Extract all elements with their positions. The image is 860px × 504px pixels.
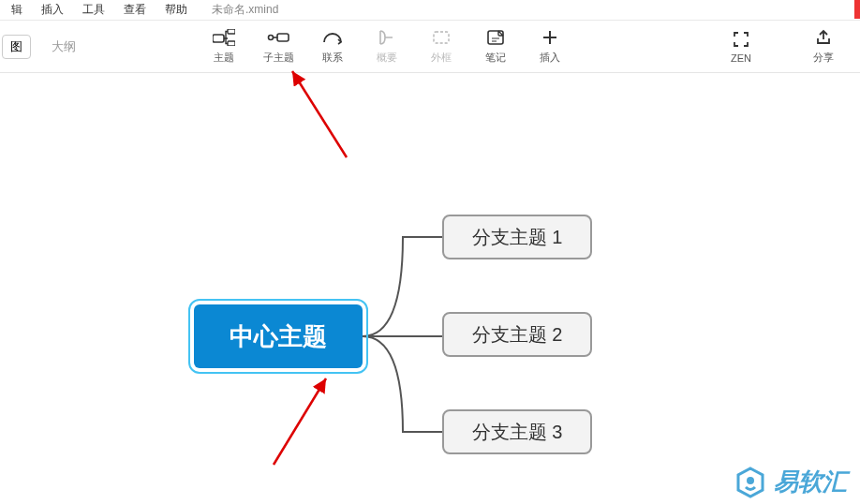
notes-icon — [484, 28, 507, 47]
central-topic[interactable]: 中心主题 — [194, 304, 363, 368]
tool-share[interactable]: 分享 — [796, 28, 851, 65]
tool-topic[interactable]: 主题 — [197, 28, 251, 65]
svg-rect-5 — [434, 32, 449, 43]
svg-line-7 — [292, 71, 347, 157]
tab-map[interactable]: 图 — [2, 35, 31, 59]
relation-icon — [321, 28, 344, 47]
annotation-arrow-1 — [281, 64, 356, 167]
document-title: 未命名.xmind — [202, 2, 288, 18]
menu-insert[interactable]: 插入 — [32, 2, 73, 18]
insert-icon — [539, 28, 561, 47]
svg-line-8 — [274, 378, 326, 465]
menu-edit[interactable]: 辑 — [2, 2, 32, 18]
tool-subtopic-label: 子主题 — [263, 51, 294, 65]
annotation-arrow-2 — [262, 371, 347, 474]
watermark-icon — [734, 467, 766, 498]
menu-tools[interactable]: 工具 — [73, 2, 114, 18]
tool-notes-label: 笔记 — [485, 51, 506, 65]
menu-help[interactable]: 帮助 — [156, 2, 197, 18]
tab-outline[interactable]: 大纲 — [52, 38, 76, 55]
svg-rect-1 — [228, 29, 235, 34]
svg-rect-4 — [277, 34, 289, 41]
tool-notes[interactable]: 笔记 — [468, 28, 523, 65]
svg-point-9 — [747, 477, 754, 484]
tool-zen[interactable]: ZEN — [714, 30, 768, 64]
tool-subtopic[interactable]: 子主题 — [251, 28, 305, 65]
share-icon — [812, 28, 835, 47]
svg-rect-2 — [228, 41, 235, 46]
branch-topic-1[interactable]: 分支主题 1 — [442, 215, 592, 259]
svg-rect-0 — [213, 35, 224, 42]
tool-zen-label: ZEN — [731, 52, 751, 64]
tool-relation-label: 联系 — [322, 51, 343, 65]
menu-view[interactable]: 查看 — [114, 2, 156, 18]
window-edge — [854, 0, 860, 19]
tool-summary-label: 概要 — [377, 51, 397, 65]
boundary-icon — [430, 28, 452, 47]
canvas[interactable]: 中心主题 分支主题 1 分支主题 2 分支主题 3 易软汇 — [0, 73, 860, 504]
tool-share-label: 分享 — [813, 51, 834, 65]
zen-icon — [730, 30, 752, 49]
connectors — [0, 73, 860, 504]
toolbar-row: 图 大纲 主题 子主题 联系 概要 — [0, 21, 860, 73]
tool-summary[interactable]: 概要 — [360, 28, 414, 65]
tool-boundary-label: 外框 — [431, 51, 452, 65]
tool-relation[interactable]: 联系 — [305, 28, 360, 65]
tool-topic-label: 主题 — [214, 51, 234, 65]
tool-boundary[interactable]: 外框 — [414, 28, 468, 65]
svg-point-3 — [269, 36, 274, 40]
subtopic-icon — [267, 28, 289, 47]
branch-topic-3[interactable]: 分支主题 3 — [442, 409, 592, 454]
tool-insert[interactable]: 插入 — [523, 28, 577, 65]
topic-icon — [213, 28, 235, 47]
summary-icon — [376, 28, 398, 47]
watermark-text: 易软汇 — [774, 466, 847, 498]
tool-insert-label: 插入 — [540, 51, 560, 65]
watermark: 易软汇 — [734, 466, 847, 498]
menubar: 辑 插入 工具 查看 帮助 未命名.xmind — [0, 0, 860, 21]
branch-topic-2[interactable]: 分支主题 2 — [442, 312, 592, 357]
